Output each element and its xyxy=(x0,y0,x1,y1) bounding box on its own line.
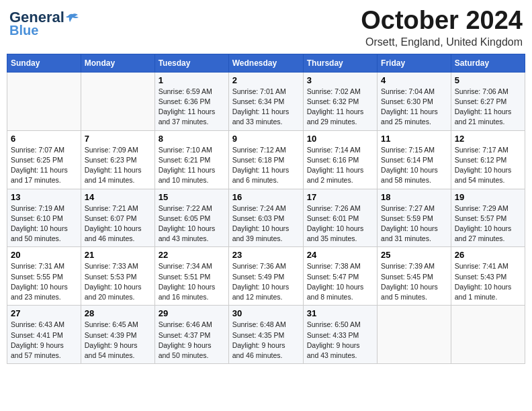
day-info: Sunrise: 7:17 AM Sunset: 6:12 PM Dayligh… xyxy=(455,145,521,186)
day-info: Sunrise: 7:04 AM Sunset: 6:30 PM Dayligh… xyxy=(381,87,447,128)
calendar-cell: 25Sunrise: 7:39 AM Sunset: 5:45 PM Dayli… xyxy=(378,247,451,306)
day-number: 31 xyxy=(307,308,373,318)
day-number: 6 xyxy=(11,134,77,144)
day-info: Sunrise: 7:29 AM Sunset: 5:57 PM Dayligh… xyxy=(455,203,521,244)
day-info: Sunrise: 7:24 AM Sunset: 6:03 PM Dayligh… xyxy=(232,203,300,244)
calendar-cell: 5Sunrise: 7:06 AM Sunset: 6:27 PM Daylig… xyxy=(451,72,525,130)
day-number: 28 xyxy=(85,308,151,318)
calendar-cell: 30Sunrise: 6:48 AM Sunset: 4:35 PM Dayli… xyxy=(228,306,303,364)
calendar-cell: 23Sunrise: 7:36 AM Sunset: 5:49 PM Dayli… xyxy=(228,247,303,306)
weekday-header: Saturday xyxy=(451,54,525,72)
day-number: 9 xyxy=(232,134,300,144)
day-info: Sunrise: 7:34 AM Sunset: 5:51 PM Dayligh… xyxy=(159,261,225,302)
calendar-week-row: 13Sunrise: 7:19 AM Sunset: 6:10 PM Dayli… xyxy=(7,189,525,247)
calendar-cell: 14Sunrise: 7:21 AM Sunset: 6:07 PM Dayli… xyxy=(81,189,154,247)
day-info: Sunrise: 7:22 AM Sunset: 6:05 PM Dayligh… xyxy=(159,203,225,244)
weekday-header: Thursday xyxy=(303,54,377,72)
day-number: 5 xyxy=(455,75,521,85)
day-info: Sunrise: 6:48 AM Sunset: 4:35 PM Dayligh… xyxy=(232,320,300,361)
day-number: 14 xyxy=(85,192,151,202)
calendar-cell: 4Sunrise: 7:04 AM Sunset: 6:30 PM Daylig… xyxy=(378,72,451,130)
day-info: Sunrise: 7:15 AM Sunset: 6:14 PM Dayligh… xyxy=(381,145,447,186)
calendar-week-row: 20Sunrise: 7:31 AM Sunset: 5:55 PM Dayli… xyxy=(7,247,525,306)
calendar-cell: 13Sunrise: 7:19 AM Sunset: 6:10 PM Dayli… xyxy=(7,189,81,247)
calendar-week-row: 27Sunrise: 6:43 AM Sunset: 4:41 PM Dayli… xyxy=(7,306,525,364)
calendar-cell: 11Sunrise: 7:15 AM Sunset: 6:14 PM Dayli… xyxy=(378,130,451,189)
calendar-cell: 6Sunrise: 7:07 AM Sunset: 6:25 PM Daylig… xyxy=(7,130,81,189)
calendar-cell xyxy=(378,306,451,364)
day-number: 27 xyxy=(11,308,77,318)
day-info: Sunrise: 6:46 AM Sunset: 4:37 PM Dayligh… xyxy=(159,320,225,361)
day-number: 3 xyxy=(307,75,373,85)
calendar-cell: 16Sunrise: 7:24 AM Sunset: 6:03 PM Dayli… xyxy=(228,189,303,247)
weekday-header: Monday xyxy=(81,54,154,72)
calendar-cell: 20Sunrise: 7:31 AM Sunset: 5:55 PM Dayli… xyxy=(7,247,81,306)
day-number: 1 xyxy=(159,75,225,85)
day-number: 15 xyxy=(159,192,225,202)
day-number: 18 xyxy=(381,192,447,202)
day-number: 25 xyxy=(381,250,447,260)
day-number: 29 xyxy=(159,308,225,318)
calendar-cell: 10Sunrise: 7:14 AM Sunset: 6:16 PM Dayli… xyxy=(303,130,377,189)
day-number: 24 xyxy=(307,250,373,260)
page-header: General Blue October 2024 Orsett, Englan… xyxy=(7,7,525,48)
day-number: 20 xyxy=(11,250,77,260)
calendar-cell: 8Sunrise: 7:10 AM Sunset: 6:21 PM Daylig… xyxy=(154,130,228,189)
calendar-cell: 3Sunrise: 7:02 AM Sunset: 6:32 PM Daylig… xyxy=(303,72,377,130)
day-info: Sunrise: 7:31 AM Sunset: 5:55 PM Dayligh… xyxy=(11,261,77,302)
month-title: October 2024 xyxy=(361,7,523,35)
calendar-cell: 29Sunrise: 6:46 AM Sunset: 4:37 PM Dayli… xyxy=(154,306,228,364)
calendar-header-row: SundayMondayTuesdayWednesdayThursdayFrid… xyxy=(7,54,525,72)
day-info: Sunrise: 7:41 AM Sunset: 5:43 PM Dayligh… xyxy=(455,261,521,302)
day-number: 10 xyxy=(307,134,373,144)
day-info: Sunrise: 7:09 AM Sunset: 6:23 PM Dayligh… xyxy=(85,145,151,186)
day-info: Sunrise: 6:45 AM Sunset: 4:39 PM Dayligh… xyxy=(85,320,151,361)
day-info: Sunrise: 7:01 AM Sunset: 6:34 PM Dayligh… xyxy=(232,87,300,128)
day-info: Sunrise: 7:38 AM Sunset: 5:47 PM Dayligh… xyxy=(307,261,373,302)
calendar-week-row: 1Sunrise: 6:59 AM Sunset: 6:36 PM Daylig… xyxy=(7,72,525,130)
bird-icon xyxy=(66,13,79,24)
calendar-week-row: 6Sunrise: 7:07 AM Sunset: 6:25 PM Daylig… xyxy=(7,130,525,189)
day-number: 21 xyxy=(85,250,151,260)
day-info: Sunrise: 7:10 AM Sunset: 6:21 PM Dayligh… xyxy=(159,145,225,186)
day-info: Sunrise: 6:50 AM Sunset: 4:33 PM Dayligh… xyxy=(307,320,373,361)
title-section: October 2024 Orsett, England, United Kin… xyxy=(361,7,523,48)
calendar-cell: 21Sunrise: 7:33 AM Sunset: 5:53 PM Dayli… xyxy=(81,247,154,306)
day-info: Sunrise: 7:12 AM Sunset: 6:18 PM Dayligh… xyxy=(232,145,300,186)
day-info: Sunrise: 7:07 AM Sunset: 6:25 PM Dayligh… xyxy=(11,145,77,186)
day-info: Sunrise: 7:26 AM Sunset: 6:01 PM Dayligh… xyxy=(307,203,373,244)
day-number: 19 xyxy=(455,192,521,202)
day-number: 16 xyxy=(232,192,300,202)
calendar-cell: 12Sunrise: 7:17 AM Sunset: 6:12 PM Dayli… xyxy=(451,130,525,189)
calendar-cell: 9Sunrise: 7:12 AM Sunset: 6:18 PM Daylig… xyxy=(228,130,303,189)
logo-subtext: Blue xyxy=(9,23,38,38)
day-number: 30 xyxy=(232,308,300,318)
calendar-cell: 22Sunrise: 7:34 AM Sunset: 5:51 PM Dayli… xyxy=(154,247,228,306)
day-number: 11 xyxy=(381,134,447,144)
location: Orsett, England, United Kingdom xyxy=(361,36,523,48)
day-info: Sunrise: 6:43 AM Sunset: 4:41 PM Dayligh… xyxy=(11,320,77,361)
calendar-cell: 26Sunrise: 7:41 AM Sunset: 5:43 PM Dayli… xyxy=(451,247,525,306)
calendar-cell: 19Sunrise: 7:29 AM Sunset: 5:57 PM Dayli… xyxy=(451,189,525,247)
day-info: Sunrise: 7:19 AM Sunset: 6:10 PM Dayligh… xyxy=(11,203,77,244)
calendar-cell: 24Sunrise: 7:38 AM Sunset: 5:47 PM Dayli… xyxy=(303,247,377,306)
day-number: 12 xyxy=(455,134,521,144)
day-number: 4 xyxy=(381,75,447,85)
calendar-cell: 17Sunrise: 7:26 AM Sunset: 6:01 PM Dayli… xyxy=(303,189,377,247)
day-info: Sunrise: 7:14 AM Sunset: 6:16 PM Dayligh… xyxy=(307,145,373,186)
calendar-cell: 28Sunrise: 6:45 AM Sunset: 4:39 PM Dayli… xyxy=(81,306,154,364)
calendar-cell xyxy=(451,306,525,364)
day-info: Sunrise: 7:39 AM Sunset: 5:45 PM Dayligh… xyxy=(381,261,447,302)
day-info: Sunrise: 7:27 AM Sunset: 5:59 PM Dayligh… xyxy=(381,203,447,244)
weekday-header: Friday xyxy=(378,54,451,72)
day-info: Sunrise: 7:21 AM Sunset: 6:07 PM Dayligh… xyxy=(85,203,151,244)
calendar-cell: 31Sunrise: 6:50 AM Sunset: 4:33 PM Dayli… xyxy=(303,306,377,364)
day-number: 26 xyxy=(455,250,521,260)
day-number: 23 xyxy=(232,250,300,260)
day-info: Sunrise: 7:36 AM Sunset: 5:49 PM Dayligh… xyxy=(232,261,300,302)
day-info: Sunrise: 6:59 AM Sunset: 6:36 PM Dayligh… xyxy=(159,87,225,128)
calendar-cell: 1Sunrise: 6:59 AM Sunset: 6:36 PM Daylig… xyxy=(154,72,228,130)
calendar-cell: 27Sunrise: 6:43 AM Sunset: 4:41 PM Dayli… xyxy=(7,306,81,364)
calendar-cell xyxy=(7,72,81,130)
weekday-header: Sunday xyxy=(7,54,81,72)
